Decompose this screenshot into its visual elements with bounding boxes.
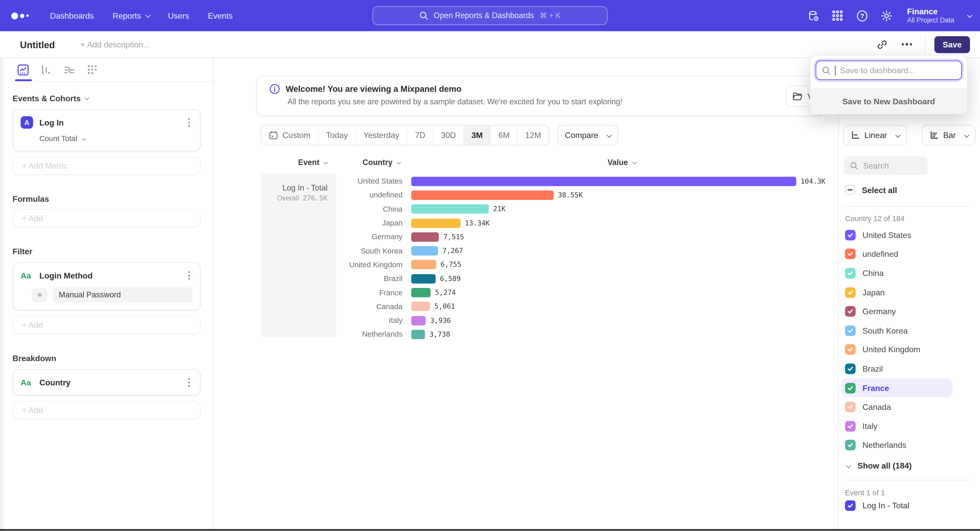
country-segment-south-korea[interactable]: South Korea [841,321,977,340]
range-today[interactable]: Today [318,125,356,145]
country-checkbox[interactable] [845,306,856,317]
country-segment-brazil[interactable]: Brazil [841,359,977,379]
bar-segment[interactable] [411,204,489,214]
range-7d[interactable]: 7D [407,125,433,145]
country-checkbox[interactable] [845,440,856,451]
bar-segment[interactable] [411,288,431,297]
help-icon[interactable]: ? [856,10,868,22]
nav-item-reports[interactable]: Reports [113,11,149,21]
bar-segment[interactable] [411,190,554,200]
bar-segment[interactable] [411,316,426,325]
country-checkbox[interactable] [845,363,856,374]
bar-segment[interactable] [411,260,436,269]
bar-segment[interactable] [411,274,435,283]
bar-segment[interactable] [411,330,425,339]
add-breakdown-button[interactable]: + Add [13,401,200,419]
copy-link-icon[interactable] [874,36,890,52]
event-column-header[interactable]: Event [261,158,327,167]
select-all-checkbox[interactable] [845,185,855,195]
country-checkbox[interactable] [845,325,856,336]
breakdown-card[interactable]: Aa Country [13,369,200,395]
country-segment-japan[interactable]: Japan [841,283,977,302]
filter-operator-dropdown[interactable]: = [32,288,48,302]
save-dashboard-search-input[interactable]: Save to dashboard... [816,61,962,80]
filter-property-name[interactable]: Login Method [39,271,186,280]
value-column-header[interactable]: Value [608,158,635,167]
bar-segment[interactable] [411,218,460,228]
apps-grid-icon[interactable] [832,10,844,22]
metric-kebab-menu[interactable] [186,116,192,129]
country-segment-china[interactable]: China [841,264,977,283]
settings-gear-icon[interactable] [880,10,893,22]
country-segment-netherlands[interactable]: Netherlands [841,436,977,455]
country-checkbox[interactable] [845,230,856,241]
event-series-cell[interactable]: Log In - Total Overall276.5K [261,174,336,338]
country-segment-undefined[interactable]: undefined [841,244,977,264]
country-segment-france[interactable]: France [841,378,953,397]
country-segment-italy[interactable]: Italy [841,417,977,436]
show-all-button[interactable]: Show all (184) [846,461,912,470]
segment-search-input[interactable]: Search [844,156,928,175]
metric-card[interactable]: A Log In Count Total [13,109,200,151]
range-12m[interactable]: 12M [518,125,549,145]
add-metric-button[interactable]: + Add Metric [13,157,200,175]
nav-item-events[interactable]: Events [208,11,233,21]
select-all-row[interactable]: Select all [845,185,897,195]
bar-segment[interactable] [411,232,439,242]
country-segment-germany[interactable]: Germany [841,302,977,321]
event-segment-row[interactable]: Log In - Total [845,500,909,511]
breakdown-property-name[interactable]: Country [39,377,186,387]
more-actions-button[interactable] [899,36,915,52]
add-filter-button[interactable]: + Add [13,316,200,334]
project-switcher[interactable]: Finance All Project Data [907,7,955,24]
nav-item-dashboards[interactable]: Dashboards [50,11,94,21]
country-checkbox[interactable] [845,421,856,431]
country-segment-united-kingdom[interactable]: United Kingdom [841,340,977,359]
bar-segment[interactable] [411,302,430,311]
chart-type-dropdown[interactable]: Bar [922,125,976,146]
country-checkbox[interactable] [845,287,856,298]
compare-button[interactable]: Compare [557,125,618,146]
range-6m[interactable]: 6M [491,125,517,145]
country-checkbox[interactable] [845,249,856,260]
bar-segment[interactable] [411,246,438,255]
tab-retention-icon[interactable] [86,62,99,77]
metric-event-name[interactable]: Log In [39,118,186,127]
tab-flows-icon[interactable] [63,62,76,77]
country-checkbox[interactable] [845,382,856,393]
bar-category-label: undefined [336,191,411,200]
filter-card[interactable]: Aa Login Method = Manual Password [13,262,200,311]
scale-dropdown[interactable]: Linear [843,125,907,146]
country-checkbox[interactable] [845,268,856,279]
country-segment-united-states[interactable]: United States [841,225,977,244]
save-to-new-dashboard-button[interactable]: Save to New Dashboard [811,89,967,114]
range-3m[interactable]: 3M [464,125,491,145]
tab-funnels-icon[interactable] [40,62,52,77]
date-range-segmented-control: CustomTodayYesterday7D30D3M6M12M [261,125,549,146]
nav-item-users[interactable]: Users [168,11,189,21]
global-search-button[interactable]: Open Reports & Dashboards ⌘ + K [372,6,608,25]
filter-kebab-menu[interactable] [186,269,192,282]
range-yesterday[interactable]: Yesterday [356,125,407,145]
country-checkbox[interactable] [845,344,856,355]
project-chevron-down-icon[interactable] [967,13,973,18]
country-segment-label: Germany [862,307,896,316]
range-custom[interactable]: Custom [261,125,319,145]
report-title[interactable]: Untitled [20,39,55,50]
tab-insights-icon[interactable] [17,62,29,77]
range-30d[interactable]: 30D [433,125,464,145]
country-column-header[interactable]: Country [336,158,400,167]
event-segment-checkbox[interactable] [845,500,856,511]
save-button[interactable]: Save [934,36,970,53]
add-formula-button[interactable]: + Add [13,209,200,227]
filter-value-dropdown[interactable]: Manual Password [52,287,192,303]
bar-segment[interactable] [411,176,796,186]
country-segment-canada[interactable]: Canada [841,397,977,417]
country-checkbox[interactable] [845,402,856,412]
breakdown-kebab-menu[interactable] [186,376,192,388]
metric-aggregation-dropdown[interactable]: Count Total [39,135,192,143]
add-description-field[interactable]: + Add description... [80,40,150,49]
data-management-icon[interactable] [807,10,819,22]
events-cohorts-header[interactable]: Events & Cohorts [13,94,200,103]
mixpanel-logo-icon[interactable] [11,12,29,19]
